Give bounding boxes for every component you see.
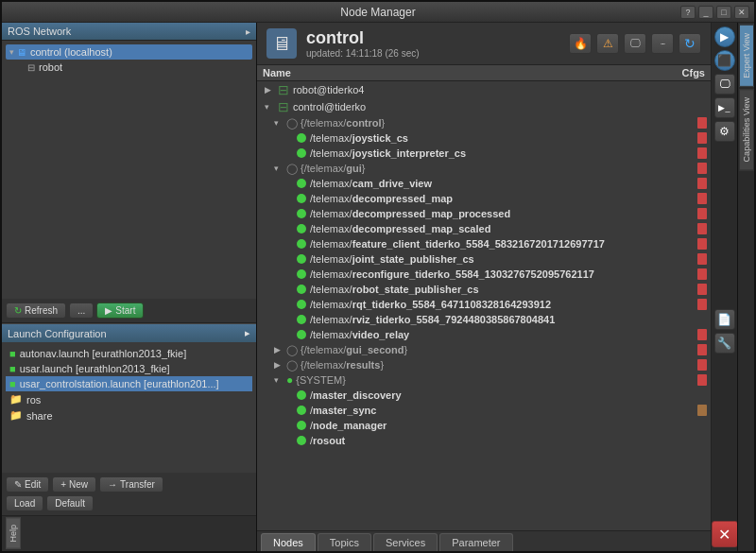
cfg-decomp-map-proc	[655, 208, 707, 219]
expand-group-gui[interactable]: ▾	[274, 164, 284, 173]
header-name: Name	[263, 67, 648, 78]
tab-bar: Nodes Topics Services Parameter	[257, 530, 711, 551]
node-row-cam-drive[interactable]: /telemax/cam_drive_view	[257, 176, 711, 191]
gear-btn[interactable]: ⚙	[714, 121, 735, 142]
node-row-group-gui[interactable]: ▾ ◯ {/telemax/gui}	[257, 161, 711, 176]
node-row-rosout[interactable]: /rosout	[257, 433, 711, 448]
node-row-control-tiderko[interactable]: ▾ ⊟ control@tiderko	[257, 98, 711, 115]
launch-item-usar[interactable]: ■ usar.launch [eurathlon2013_fkie]	[6, 361, 252, 376]
node-row-feature-client[interactable]: /telemax/feature_client_tiderko_5584_583…	[257, 236, 711, 251]
tab-parameter[interactable]: Parameter	[439, 533, 512, 551]
launch-item-autonav[interactable]: ■ autonav.launch [eurathlon2013_fkie]	[6, 346, 252, 361]
stop-btn[interactable]: ⬛	[714, 50, 735, 71]
tab-capabilities-view[interactable]: Capabilities View	[739, 89, 754, 170]
refresh-button[interactable]: ↻ Refresh	[6, 302, 66, 319]
transfer-button[interactable]: → Transfer	[99, 476, 163, 493]
screen-side-btn[interactable]: 🖵	[714, 74, 735, 95]
file-btn[interactable]: 📄	[714, 309, 735, 330]
node-row-robot-tiderko4[interactable]: ▶ ⊟ robot@tiderko4	[257, 81, 711, 98]
launch-item-usar-control-label: usar_controlstation.launch [eurathlon201…	[20, 378, 219, 389]
tab-services[interactable]: Services	[373, 533, 438, 551]
node-row-master-sync[interactable]: /master_sync	[257, 403, 711, 418]
cfg-video-relay	[655, 329, 707, 340]
network-collapse-btn[interactable]: ▸	[246, 26, 250, 37]
node-row-rviz[interactable]: /telemax/rviz_tiderko_5584_7924480385867…	[257, 312, 711, 327]
node-row-joystick-cs[interactable]: /telemax/joystick_cs	[257, 130, 711, 146]
node-row-reconfigure[interactable]: /telemax/reconfigure_tiderko_5584_130327…	[257, 267, 711, 282]
dot-joint-state	[297, 254, 306, 264]
close-btn[interactable]: ✕	[734, 6, 749, 19]
robot-icon: ⊟	[27, 62, 35, 73]
node-row-master-discovery[interactable]: /master_discovery	[257, 388, 711, 403]
tab-expert-view[interactable]: Expert View	[739, 25, 754, 87]
launch-item-share[interactable]: 📁 share	[6, 407, 252, 423]
left-panel: ROS Network ▸ ▾ 🖥 control (localhost) ⊟ …	[2, 23, 257, 551]
node-updated: updated: 14:11:18 (26 sec)	[306, 48, 420, 59]
expand-group-results[interactable]: ▶	[274, 360, 284, 370]
network-node-control[interactable]: ▾ 🖥 control (localhost)	[6, 44, 252, 60]
load-button[interactable]: Load	[6, 495, 43, 511]
terminal-btn[interactable]: ▶_	[714, 97, 735, 118]
tool-btn[interactable]: 🔧	[714, 333, 735, 354]
play-btn[interactable]: ▶	[714, 26, 735, 47]
maximize-btn[interactable]: □	[716, 6, 731, 19]
far-right-panel: Expert View Capabilities View	[737, 23, 754, 551]
node-row-video-relay[interactable]: /telemax/video_relay	[257, 327, 711, 342]
cfg-cam-drive	[655, 178, 707, 189]
node-row-group-system[interactable]: ▾ ● {SYSTEM}	[257, 372, 711, 388]
flame-btn[interactable]: 🔥	[569, 33, 592, 54]
node-row-node-manager[interactable]: /node_manager	[257, 418, 711, 433]
node-row-group-gui-second[interactable]: ▶ ◯ {/telemax/gui_second}	[257, 342, 711, 357]
dot-feature-client	[297, 239, 306, 249]
launch-item-usar-control[interactable]: ■ usar_controlstation.launch [eurathlon2…	[6, 376, 252, 391]
node-row-joystick-interp[interactable]: /telemax/joystick_interpreter_cs	[257, 146, 711, 161]
refresh-label: Refresh	[25, 305, 58, 316]
tab-nodes[interactable]: Nodes	[261, 533, 316, 551]
start-icon: ▶	[105, 305, 112, 316]
help-btn[interactable]: ?	[680, 6, 696, 19]
refresh-node-btn[interactable]: ↻	[679, 33, 701, 54]
node-row-decomp-map-proc[interactable]: /telemax/decompressed_map_processed	[257, 206, 711, 221]
transfer-icon: →	[108, 479, 117, 490]
warning-btn[interactable]: ⚠	[596, 33, 619, 54]
dot-decomp-map	[297, 194, 306, 203]
node-row-robot-state[interactable]: /telemax/robot_state_publisher_cs	[257, 282, 711, 297]
start-button[interactable]: ▶ Start	[96, 302, 144, 319]
launch-collapse-btn[interactable]: ▸	[245, 327, 250, 339]
expand-robot[interactable]: ▶	[265, 85, 274, 95]
tab-topics[interactable]: Topics	[318, 533, 371, 551]
node-row-rqt[interactable]: /telemax/rqt_tiderko_5584_64711083281642…	[257, 297, 711, 312]
cfg-decomp-map-scaled	[655, 223, 707, 234]
launch-item-share-label: share	[26, 410, 53, 422]
expand-group-gui-second[interactable]: ▶	[274, 345, 284, 354]
dots-btn[interactable]: ···	[651, 33, 674, 54]
dot-node-manager	[297, 421, 306, 430]
node-row-joint-state[interactable]: /telemax/joint_state_publisher_cs	[257, 251, 711, 267]
node-row-group-control[interactable]: ▾ ◯ {/telemax/control}	[257, 115, 711, 130]
expand-control[interactable]: ▾	[265, 102, 274, 112]
launch-item-ros-label: ros	[26, 394, 41, 406]
default-button[interactable]: Default	[46, 495, 94, 511]
network-header: ROS Network ▸	[2, 23, 256, 41]
new-button[interactable]: + New	[52, 476, 96, 493]
node-label-group-gui: {/telemax/gui}	[301, 163, 655, 174]
edit-button[interactable]: ✎ Edit	[6, 476, 49, 493]
node-row-group-results[interactable]: ▶ ◯ {/telemax/results}	[257, 357, 711, 372]
node-row-decomp-map[interactable]: /telemax/decompressed_map	[257, 191, 711, 206]
network-tree: ▾ 🖥 control (localhost) ⊟ robot	[2, 41, 256, 299]
dots-button[interactable]: ...	[69, 302, 94, 319]
node-content: 🖥 control updated: 14:11:18 (26 sec) 🔥 ⚠…	[257, 23, 711, 551]
network-node-robot[interactable]: ⊟ robot	[6, 60, 252, 75]
help-tab[interactable]: Help	[6, 518, 21, 549]
network-header-label: ROS Network	[8, 26, 71, 37]
delete-btn[interactable]: ✕	[712, 521, 738, 547]
network-section: ROS Network ▸ ▾ 🖥 control (localhost) ⊟ …	[2, 23, 256, 324]
node-label-group-system: {SYSTEM}	[296, 374, 655, 386]
network-node-robot-label: robot	[39, 61, 62, 73]
launch-item-ros[interactable]: 📁 ros	[6, 391, 252, 407]
expand-group-control[interactable]: ▾	[274, 118, 284, 128]
node-row-decomp-map-scaled[interactable]: /telemax/decompressed_map_scaled	[257, 221, 711, 236]
expand-group-system[interactable]: ▾	[274, 375, 284, 385]
minimize-btn[interactable]: _	[698, 6, 713, 19]
screen-btn[interactable]: 🖵	[624, 33, 646, 54]
